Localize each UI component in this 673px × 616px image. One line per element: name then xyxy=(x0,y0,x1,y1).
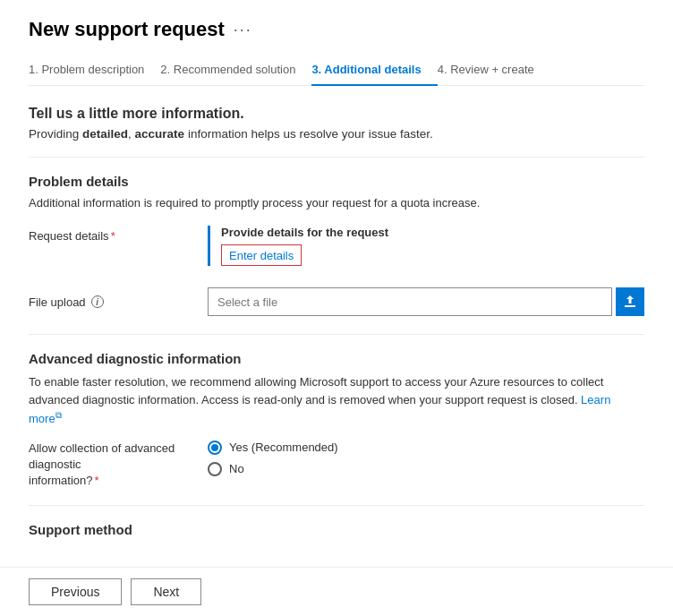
enter-details-link-box: Enter details xyxy=(221,244,302,266)
file-upload-button[interactable] xyxy=(616,287,644,316)
file-upload-info-icon[interactable]: i xyxy=(91,295,104,308)
request-details-row: Request details* Provide details for the… xyxy=(29,226,644,270)
request-details-label: Request details* xyxy=(29,226,208,243)
request-details-control: Provide details for the request Enter de… xyxy=(208,226,644,270)
wizard-steps: 1. Problem description 2. Recommended so… xyxy=(29,63,644,86)
file-upload-row: File upload i xyxy=(29,287,644,316)
diagnostic-radio-group: Yes (Recommended) No xyxy=(208,441,338,476)
required-star-diagnostic: * xyxy=(95,474,99,487)
radio-no-option[interactable]: No xyxy=(208,462,338,476)
divider-3 xyxy=(29,505,644,506)
problem-details-desc: Additional information is required to pr… xyxy=(29,196,644,210)
support-method-heading: Support method xyxy=(29,522,644,537)
file-upload-input-area xyxy=(208,287,644,316)
more-options-icon[interactable]: ··· xyxy=(234,21,252,39)
learn-more-link[interactable]: Learn more⧉ xyxy=(29,393,610,426)
request-details-panel-title: Provide details for the request xyxy=(221,226,644,239)
required-indicator: * xyxy=(111,229,115,243)
file-upload-input[interactable] xyxy=(208,287,612,316)
previous-button[interactable]: Previous xyxy=(29,578,122,605)
advanced-diagnostic-heading: Advanced diagnostic information xyxy=(29,351,644,366)
upload-icon xyxy=(623,295,637,309)
next-button[interactable]: Next xyxy=(131,578,201,605)
step-problem-description[interactable]: 1. Problem description xyxy=(29,63,160,85)
step-recommended-solution[interactable]: 2. Recommended solution xyxy=(160,63,311,85)
page-title: New support request xyxy=(29,18,225,41)
divider-1 xyxy=(29,157,644,158)
enter-details-link[interactable]: Enter details xyxy=(229,249,294,262)
external-link-icon: ⧉ xyxy=(55,410,62,420)
radio-no-circle xyxy=(208,462,222,476)
problem-details-heading: Problem details xyxy=(29,174,644,189)
diagnostic-allow-label: Allow collection of advanced diagnostic … xyxy=(29,441,208,490)
bottom-navigation: Previous Next xyxy=(0,567,673,616)
step-additional-details[interactable]: 3. Additional details xyxy=(311,63,437,85)
advanced-diagnostic-desc: To enable faster resolution, we recommen… xyxy=(29,373,644,428)
step-review-create[interactable]: 4. Review + create xyxy=(438,63,550,85)
request-details-panel: Provide details for the request Enter de… xyxy=(208,226,644,266)
diagnostic-allow-row: Allow collection of advanced diagnostic … xyxy=(29,441,644,490)
radio-yes-label: Yes (Recommended) xyxy=(229,441,338,454)
divider-2 xyxy=(29,334,644,335)
radio-no-label: No xyxy=(229,462,244,475)
radio-yes-circle xyxy=(208,441,222,455)
file-upload-label: File upload i xyxy=(29,295,208,309)
intro-heading: Tell us a little more information. xyxy=(29,106,644,122)
radio-yes-option[interactable]: Yes (Recommended) xyxy=(208,441,338,455)
intro-desc: Providing detailed, accurate information… xyxy=(29,127,644,141)
